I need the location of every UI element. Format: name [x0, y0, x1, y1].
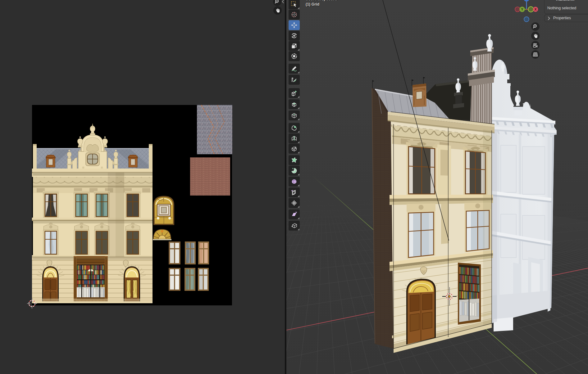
svg-text:X: X	[534, 7, 536, 11]
svg-text:Y: Y	[521, 7, 523, 11]
svg-text:Z: Z	[526, 0, 528, 1]
